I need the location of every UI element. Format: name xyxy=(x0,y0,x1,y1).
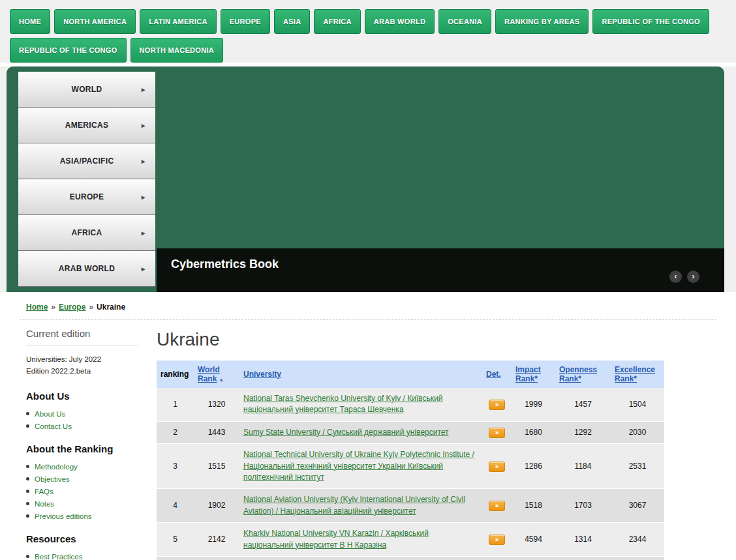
list-item: Previous editions xyxy=(26,512,138,520)
cell-openness-rank: 1314 xyxy=(555,523,611,557)
sidebar-link-previous-editions[interactable]: Previous editions xyxy=(35,512,92,520)
detail-button[interactable]: » xyxy=(489,535,505,545)
bullet-icon xyxy=(26,490,29,493)
list-item: Best Practices xyxy=(26,553,138,560)
cell-ranking: 3 xyxy=(157,444,194,489)
detail-button[interactable]: » xyxy=(489,501,505,511)
list-item: Objectives xyxy=(26,475,138,483)
nav-tab-oceania[interactable]: OCEANIA xyxy=(438,9,491,34)
sidebar-link-objectives[interactable]: Objectives xyxy=(35,475,70,483)
university-link[interactable]: National Taras Shevchenko University of … xyxy=(243,394,442,414)
university-link[interactable]: Kharkiv National University VN Karazin /… xyxy=(243,529,429,549)
cell-world-rank: 1443 xyxy=(194,421,239,443)
edition-line-2: Edition 2022.2.beta xyxy=(26,366,138,377)
page-title: Ukraine xyxy=(157,329,672,350)
sidebar-section-title: About the Ranking xyxy=(26,443,138,454)
chevron-right-icon: ► xyxy=(140,122,147,129)
cell-university: National Technical University of Ukraine… xyxy=(239,444,482,489)
table-row: 31515National Technical University of Uk… xyxy=(157,444,664,489)
nav-tab-republic-of-the-congo[interactable]: REPUBLIC OF THE CONGO xyxy=(592,9,709,34)
col-header-link[interactable]: Openness Rank* xyxy=(559,365,597,383)
university-link[interactable]: Sumy State University / Сумський державн… xyxy=(243,428,449,437)
sidebar-link-faqs[interactable]: FAQs xyxy=(35,488,54,495)
carousel-next-button[interactable]: › xyxy=(687,271,699,283)
left-sidebar: Current edition Universities: July 2022 … xyxy=(26,328,157,560)
nav-tab-north-america[interactable]: NORTH AMERICA xyxy=(54,9,136,34)
nav-tab-north-macedonia[interactable]: NORTH MACEDONIA xyxy=(130,38,224,63)
col-header-det: Det. xyxy=(482,361,512,388)
table-header-row: rankingWorld Rank▲UniversityDet.Impact R… xyxy=(157,361,664,388)
cell-ranking: 2 xyxy=(157,421,194,443)
nav-tab-ranking-by-areas[interactable]: RANKING BY AREAS xyxy=(495,9,589,34)
menu-item-label: AFRICA xyxy=(71,228,102,237)
cell-impact-rank: 1286 xyxy=(512,444,555,489)
nav-tab-arab-world[interactable]: ARAB WORLD xyxy=(365,9,435,34)
sidebar-item-world[interactable]: WORLD► xyxy=(18,72,155,108)
cell-excellence-rank: 1504 xyxy=(611,388,664,421)
cell-openness-rank: 1457 xyxy=(555,388,611,421)
cell-ranking: 1 xyxy=(157,388,194,421)
cell-impact-rank: 3722 xyxy=(512,556,555,560)
header-panel: WORLD►AMERICAS►ASIA/PACIFIC►EUROPE►AFRIC… xyxy=(7,66,724,292)
cell-openness-rank: 1708 xyxy=(555,556,611,560)
sidebar-item-africa[interactable]: AFRICA► xyxy=(18,215,155,251)
cell-university: National Aviation University (Kyiv Inter… xyxy=(239,489,482,523)
col-header-link[interactable]: Excellence Rank* xyxy=(615,365,655,383)
cell-impact-rank: 1518 xyxy=(512,489,555,523)
bullet-icon xyxy=(26,555,29,558)
breadcrumb-link-europe[interactable]: Europe xyxy=(59,302,85,312)
table-row: 11320National Taras Shevchenko Universit… xyxy=(157,388,664,421)
breadcrumb-separator-icon: » xyxy=(51,302,55,312)
edition-info: Universities: July 2022 Edition 2022.2.b… xyxy=(26,354,138,377)
sidebar-item-europe[interactable]: EUROPE► xyxy=(18,179,155,215)
sidebar-link-contact-us[interactable]: Contact Us xyxy=(35,422,72,430)
cell-impact-rank: 1999 xyxy=(512,388,555,421)
cell-university: Kharkiv National University of Radio Ele… xyxy=(239,556,482,560)
cell-det: » xyxy=(482,388,512,421)
cell-world-rank: 1515 xyxy=(194,444,239,489)
sidebar-item-arab-world[interactable]: ARAB WORLD► xyxy=(18,251,155,287)
cell-excellence-rank: 2531 xyxy=(611,444,664,489)
sidebar-link-notes[interactable]: Notes xyxy=(35,500,54,508)
col-header-link[interactable]: Det. xyxy=(486,370,501,379)
nav-tab-home[interactable]: HOME xyxy=(10,9,50,34)
cell-university: National Taras Shevchenko University of … xyxy=(239,388,482,421)
nav-tab-republic-of-the-congo[interactable]: REPUBLIC OF THE CONGO xyxy=(10,38,127,63)
cell-university: Kharkiv National University VN Karazin /… xyxy=(239,523,482,557)
top-nav: HOMENORTH AMERICALATIN AMERICAEUROPEASIA… xyxy=(0,0,736,63)
col-header-link[interactable]: University xyxy=(243,370,281,379)
bullet-icon xyxy=(26,412,29,415)
cell-world-rank: 2142 xyxy=(194,523,239,557)
detail-button[interactable]: » xyxy=(489,400,505,410)
cell-impact-rank: 4594 xyxy=(512,523,555,557)
cell-det: » xyxy=(482,444,512,489)
nav-tab-africa[interactable]: AFRICA xyxy=(314,9,360,34)
university-link[interactable]: National Technical University of Ukraine… xyxy=(243,450,474,482)
sidebar-link-methodology[interactable]: Methodology xyxy=(35,463,78,471)
sidebar-item-americas[interactable]: AMERICAS► xyxy=(18,108,155,143)
list-item: FAQs xyxy=(26,488,138,495)
col-header-ranking: ranking xyxy=(157,361,194,388)
nav-tab-latin-america[interactable]: LATIN AMERICA xyxy=(140,9,216,34)
detail-button[interactable]: » xyxy=(489,462,505,472)
col-header-link[interactable]: Impact Rank* xyxy=(515,365,541,383)
nav-tab-asia[interactable]: ASIA xyxy=(274,9,310,34)
carousel-prev-button[interactable]: ‹ xyxy=(669,271,682,283)
table-row: 41902National Aviation University (Kyiv … xyxy=(157,489,664,523)
col-header-link[interactable]: World Rank xyxy=(198,365,220,383)
cell-excellence-rank: 3067 xyxy=(611,489,664,523)
nav-tab-europe[interactable]: EUROPE xyxy=(221,9,270,34)
sidebar-item-asia-pacific[interactable]: ASIA/PACIFIC► xyxy=(18,143,155,179)
university-link[interactable]: National Aviation University (Kyiv Inter… xyxy=(243,495,465,515)
menu-item-label: AMERICAS xyxy=(65,121,108,130)
col-header-world-rank: World Rank▲ xyxy=(194,361,239,388)
breadcrumb-link-home[interactable]: Home xyxy=(26,302,48,312)
sidebar-sections: About UsAbout UsContact UsAbout the Rank… xyxy=(26,391,138,560)
bullet-icon xyxy=(26,477,29,480)
sidebar-link-best-practices[interactable]: Best Practices xyxy=(35,553,83,560)
detail-button[interactable]: » xyxy=(489,428,505,438)
sidebar-section-about-the-ranking: About the RankingMethodologyObjectivesFA… xyxy=(26,443,138,520)
cell-world-rank: 1320 xyxy=(194,388,239,421)
sidebar-link-about-us[interactable]: About Us xyxy=(35,410,65,418)
cell-ranking: 6 xyxy=(157,556,194,560)
